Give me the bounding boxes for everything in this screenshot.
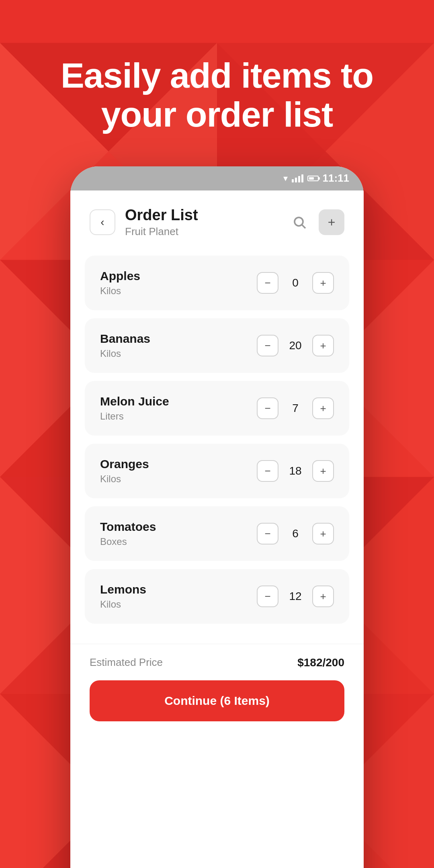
item-name-bananas: Bananas (100, 332, 257, 346)
plus-icon-bananas: + (320, 340, 326, 351)
app-content: ‹ Order List Fruit Planet + (70, 190, 364, 868)
quantity-value-lemons: 12 (287, 590, 304, 603)
decrement-button-tomatoes[interactable]: − (257, 523, 278, 545)
page-title: Order List (125, 207, 278, 224)
increment-button-tomatoes[interactable]: + (312, 523, 334, 545)
decrement-button-apples[interactable]: − (257, 272, 278, 294)
item-unit-tomatoes: Boxes (100, 536, 257, 547)
quantity-control-tomatoes: − 6 + (257, 523, 334, 545)
item-info-apples: Apples Kilos (100, 269, 257, 297)
order-card-oranges: Oranges Kilos − 18 + (85, 444, 349, 498)
quantity-value-tomatoes: 6 (287, 527, 304, 540)
estimated-price-label: Estimated Price (90, 656, 163, 669)
item-unit-bananas: Kilos (100, 348, 257, 359)
item-info-lemons: Lemons Kilos (100, 583, 257, 610)
header-titles: Order List Fruit Planet (125, 207, 278, 238)
order-card-lemons: Lemons Kilos − 12 + (85, 569, 349, 624)
item-name-apples: Apples (100, 269, 257, 283)
increment-button-lemons[interactable]: + (312, 585, 334, 607)
quantity-value-oranges: 18 (287, 465, 304, 477)
order-item-oranges: Oranges Kilos − 18 + (85, 444, 349, 498)
item-unit-lemons: Kilos (100, 599, 257, 610)
order-item-tomatoes: Tomatoes Boxes − 6 + (85, 506, 349, 561)
quantity-control-apples: − 0 + (257, 272, 334, 294)
search-icon (292, 215, 307, 229)
phone-mockup: ▾ 11:11 ‹ (0, 166, 434, 868)
order-item-apples: Apples Kilos − 0 + (85, 256, 349, 310)
plus-icon: + (328, 216, 336, 229)
signal-icon (292, 174, 303, 182)
app-footer: Estimated Price $182/200 Continue (6 Ite… (70, 644, 364, 737)
page-subtitle: Fruit Planet (125, 225, 278, 238)
minus-icon-apples: − (264, 278, 270, 288)
minus-icon-tomatoes: − (264, 528, 270, 539)
item-name-oranges: Oranges (100, 457, 257, 471)
item-unit-oranges: Kilos (100, 473, 257, 485)
header-actions: + (287, 209, 344, 235)
continue-button[interactable]: Continue (6 Items) (90, 680, 344, 721)
item-unit-melon-juice: Liters (100, 411, 257, 422)
estimated-price-row: Estimated Price $182/200 (90, 656, 344, 669)
plus-icon-apples: + (320, 278, 326, 288)
quantity-value-apples: 0 (287, 276, 304, 289)
item-name-melon-juice: Melon Juice (100, 395, 257, 408)
increment-button-oranges[interactable]: + (312, 460, 334, 482)
order-item-lemons: Lemons Kilos − 12 + (85, 569, 349, 624)
battery-icon (307, 176, 319, 181)
order-card-melon-juice: Melon Juice Liters − 7 + (85, 381, 349, 436)
phone-frame: ▾ 11:11 ‹ (70, 166, 364, 868)
item-info-oranges: Oranges Kilos (100, 457, 257, 485)
plus-icon-tomatoes: + (320, 528, 326, 539)
decrement-button-bananas[interactable]: − (257, 335, 278, 356)
hero-title: Easily add items to your order list (0, 0, 434, 166)
back-arrow-icon: ‹ (100, 216, 104, 229)
quantity-control-bananas: − 20 + (257, 335, 334, 356)
svg-point-28 (295, 217, 303, 226)
item-info-bananas: Bananas Kilos (100, 332, 257, 359)
plus-icon-lemons: + (320, 591, 326, 602)
item-name-tomatoes: Tomatoes (100, 520, 257, 534)
quantity-control-melon-juice: − 7 + (257, 397, 334, 419)
minus-icon-melon-juice: − (264, 403, 270, 414)
decrement-button-lemons[interactable]: − (257, 585, 278, 607)
item-info-melon-juice: Melon Juice Liters (100, 395, 257, 422)
minus-icon-lemons: − (264, 591, 270, 602)
increment-button-apples[interactable]: + (312, 272, 334, 294)
minus-icon-oranges: − (264, 466, 270, 476)
search-button[interactable] (287, 210, 311, 234)
order-item-bananas: Bananas Kilos − 20 + (85, 318, 349, 373)
increment-button-bananas[interactable]: + (312, 335, 334, 356)
quantity-value-bananas: 20 (287, 339, 304, 352)
svg-line-29 (302, 225, 305, 228)
estimated-price-value: $182/200 (297, 656, 344, 669)
item-unit-apples: Kilos (100, 285, 257, 297)
quantity-control-lemons: − 12 + (257, 585, 334, 607)
minus-icon-bananas: − (264, 340, 270, 351)
order-list: Apples Kilos − 0 + Bananas Kilos (70, 248, 364, 640)
order-card-tomatoes: Tomatoes Boxes − 6 + (85, 506, 349, 561)
increment-button-melon-juice[interactable]: + (312, 397, 334, 419)
status-icons: ▾ 11:11 (283, 172, 350, 184)
quantity-control-oranges: − 18 + (257, 460, 334, 482)
plus-icon-melon-juice: + (320, 403, 326, 414)
status-time: 11:11 (323, 172, 350, 184)
quantity-value-melon-juice: 7 (287, 402, 304, 415)
status-bar: ▾ 11:11 (70, 166, 364, 190)
decrement-button-melon-juice[interactable]: − (257, 397, 278, 419)
order-item-melon-juice: Melon Juice Liters − 7 + (85, 381, 349, 436)
order-card-apples: Apples Kilos − 0 + (85, 256, 349, 310)
plus-icon-oranges: + (320, 466, 326, 476)
add-item-button[interactable]: + (319, 209, 344, 235)
order-card-bananas: Bananas Kilos − 20 + (85, 318, 349, 373)
item-name-lemons: Lemons (100, 583, 257, 596)
wifi-icon: ▾ (283, 173, 288, 184)
item-info-tomatoes: Tomatoes Boxes (100, 520, 257, 547)
decrement-button-oranges[interactable]: − (257, 460, 278, 482)
back-button[interactable]: ‹ (90, 209, 115, 235)
app-header: ‹ Order List Fruit Planet + (70, 190, 364, 248)
